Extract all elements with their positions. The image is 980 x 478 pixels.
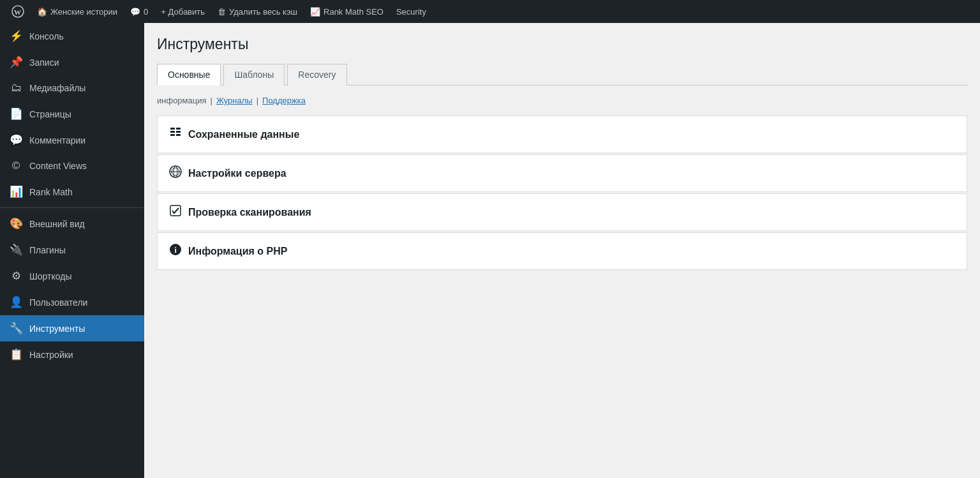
wp-logo[interactable]: W — [5, 0, 31, 23]
nav-tabs: Основные Шаблоны Recovery — [157, 63, 967, 86]
adminbar-security[interactable]: Security — [390, 0, 433, 23]
adminbar-comments[interactable]: 💬 0 — [124, 0, 154, 23]
svg-rect-6 — [170, 134, 175, 136]
accordion-header-scan-check[interactable]: Проверка сканирования — [158, 194, 967, 230]
plugins-icon: 🔌 — [9, 243, 23, 257]
subnav-logs[interactable]: Журналы — [216, 96, 253, 105]
accordion-header-server-settings[interactable]: Настройки сервера — [158, 155, 967, 191]
sidebar-item-label-dashboard: Консоль — [29, 31, 64, 41]
adminbar-site-name[interactable]: 🏠 Женские истории — [31, 0, 124, 23]
sidebar-item-label-appearance: Внешний вид — [29, 219, 85, 229]
svg-rect-2 — [170, 128, 175, 130]
sidebar-item-appearance[interactable]: 🎨Внешний вид — [0, 211, 144, 237]
server-icon — [169, 165, 182, 181]
sidebar-item-label-media: Медиафайлы — [29, 83, 85, 93]
info-icon: i — [169, 243, 182, 259]
users-icon: 👤 — [9, 295, 23, 309]
sidebar-item-rank-math[interactable]: 📊Rank Math — [0, 179, 144, 205]
page-title: Инструменты — [157, 36, 967, 53]
sidebar-item-label-shortcodes: Шорткоды — [29, 271, 72, 281]
comments-icon: 💬 — [130, 7, 140, 17]
subnav-support[interactable]: Поддержка — [262, 96, 306, 105]
sidebar-item-dashboard[interactable]: ⚡Консоль — [0, 23, 144, 49]
tab-recovery[interactable]: Recovery — [287, 64, 346, 86]
adminbar-rank-math[interactable]: 📈 Rank Math SEO — [304, 0, 390, 23]
pages-icon: 📄 — [9, 107, 23, 121]
sidebar-item-posts[interactable]: 📌Записи — [0, 49, 144, 75]
subnav-info: информация — [157, 96, 207, 105]
appearance-icon: 🎨 — [9, 217, 23, 230]
home-icon: 🏠 — [37, 7, 47, 17]
adminbar-clear-cache[interactable]: 🗑 Удалить весь кэш — [211, 0, 304, 23]
shortcodes-icon: ⚙ — [9, 269, 23, 283]
sidebar-item-label-content-views: Content Views — [29, 161, 87, 171]
sidebar-item-comments[interactable]: 💬Комментарии — [0, 127, 144, 153]
sidebar-item-pages[interactable]: 📄Страницы — [0, 101, 144, 127]
svg-rect-7 — [176, 134, 181, 136]
accordion-php-info: i Информация о PHP — [157, 232, 967, 270]
sidebar-item-label-comments: Комментарии — [29, 135, 85, 146]
accordion-header-php-info[interactable]: i Информация о PHP — [158, 233, 967, 269]
svg-rect-5 — [176, 131, 181, 133]
sidebar-item-media[interactable]: 🗂Медиафайлы — [0, 75, 144, 101]
grid-icon — [169, 126, 182, 142]
sidebar-item-label-plugins: Плагины — [29, 245, 66, 255]
media-icon: 🗂 — [9, 82, 23, 94]
menu-separator — [0, 207, 144, 208]
subnav-sep1: | — [211, 96, 212, 105]
posts-icon: 📌 — [9, 56, 23, 69]
main-layout: ⚡Консоль📌Записи🗂Медиафайлы📄Страницы💬Комм… — [0, 23, 980, 478]
accordion-list: Сохраненные данные Настройки сервера — [157, 116, 967, 270]
subnav-sep2: | — [256, 96, 258, 105]
cache-icon: 🗑 — [218, 7, 226, 17]
tools-icon: 🔧 — [9, 322, 23, 335]
settings-icon: 📋 — [9, 348, 23, 361]
sidebar-item-label-rank-math: Rank Math — [29, 187, 73, 197]
content-views-icon: © — [9, 160, 23, 172]
accordion-header-saved-data[interactable]: Сохраненные данные — [158, 116, 967, 153]
sidebar-item-content-views[interactable]: ©Content Views — [0, 153, 144, 179]
sidebar-item-tools[interactable]: 🔧Инструменты — [0, 315, 144, 341]
svg-rect-4 — [170, 131, 175, 133]
accordion-saved-data: Сохраненные данные — [157, 116, 967, 153]
tab-templates[interactable]: Шаблоны — [223, 64, 285, 86]
sidebar-item-label-settings: Настройки — [29, 350, 73, 360]
checkbox-icon — [169, 204, 182, 220]
sidebar-item-label-pages: Страницы — [29, 109, 71, 119]
content-area: Инструменты Основные Шаблоны Recovery ин… — [144, 23, 980, 478]
adminbar-add-new[interactable]: + Добавить — [154, 0, 211, 23]
comments-icon: 💬 — [9, 133, 23, 147]
sidebar-item-users[interactable]: 👤Пользователи — [0, 289, 144, 315]
admin-bar: W 🏠 Женские истории 💬 0 + Добавить 🗑 Уда… — [0, 0, 980, 23]
dashboard-icon: ⚡ — [9, 29, 23, 43]
rank-math-icon: 📊 — [9, 185, 23, 198]
sidebar-item-settings[interactable]: 📋Настройки — [0, 341, 144, 368]
rank-math-icon: 📈 — [310, 7, 320, 17]
accordion-scan-check: Проверка сканирования — [157, 193, 967, 231]
tab-basic[interactable]: Основные — [157, 64, 221, 86]
sidebar-item-label-posts: Записи — [29, 57, 59, 68]
accordion-server-settings: Настройки сервера — [157, 154, 967, 192]
sidebar-item-label-users: Пользователи — [29, 297, 87, 308]
svg-rect-3 — [176, 128, 181, 130]
sub-nav: информация | Журналы | Поддержка — [157, 96, 967, 105]
sidebar-item-plugins[interactable]: 🔌Плагины — [0, 237, 144, 263]
sidebar-item-label-tools: Инструменты — [29, 324, 85, 334]
sidebar: ⚡Консоль📌Записи🗂Медиафайлы📄Страницы💬Комм… — [0, 23, 144, 478]
svg-text:W: W — [14, 8, 21, 16]
sidebar-item-shortcodes[interactable]: ⚙Шорткоды — [0, 263, 144, 289]
svg-rect-12 — [170, 205, 181, 216]
